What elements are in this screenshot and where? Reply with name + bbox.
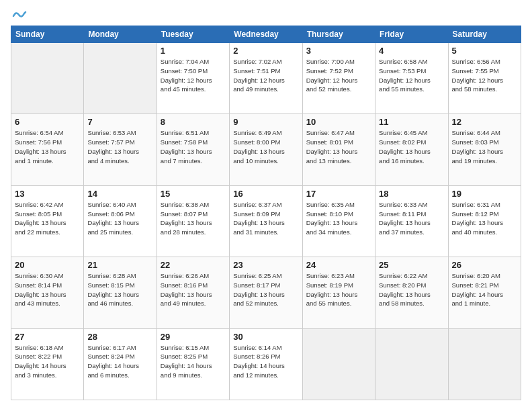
calendar-cell xyxy=(448,328,521,400)
calendar-cell: 11Sunrise: 6:45 AM Sunset: 8:02 PM Dayli… xyxy=(375,114,448,185)
calendar-week-row: 1Sunrise: 7:04 AM Sunset: 7:50 PM Daylig… xyxy=(11,43,521,114)
day-number: 26 xyxy=(452,260,517,270)
calendar-week-row: 6Sunrise: 6:54 AM Sunset: 7:56 PM Daylig… xyxy=(11,114,521,185)
calendar-cell: 5Sunrise: 6:56 AM Sunset: 7:55 PM Daylig… xyxy=(448,43,521,114)
day-number: 18 xyxy=(379,189,444,199)
calendar-cell: 28Sunrise: 6:17 AM Sunset: 8:24 PM Dayli… xyxy=(84,328,157,400)
calendar-header-wednesday: Wednesday xyxy=(230,26,302,43)
calendar-week-row: 27Sunrise: 6:18 AM Sunset: 8:22 PM Dayli… xyxy=(11,328,521,400)
day-number: 7 xyxy=(87,117,152,127)
day-info: Sunrise: 6:18 AM Sunset: 8:22 PM Dayligh… xyxy=(15,343,80,380)
calendar-cell: 17Sunrise: 6:35 AM Sunset: 8:10 PM Dayli… xyxy=(302,185,375,257)
day-info: Sunrise: 6:49 AM Sunset: 8:00 PM Dayligh… xyxy=(233,128,298,165)
day-number: 28 xyxy=(87,332,152,342)
day-number: 10 xyxy=(306,117,371,127)
calendar-cell: 1Sunrise: 7:04 AM Sunset: 7:50 PM Daylig… xyxy=(157,43,229,114)
calendar-cell: 13Sunrise: 6:42 AM Sunset: 8:05 PM Dayli… xyxy=(11,185,84,257)
day-info: Sunrise: 6:51 AM Sunset: 7:58 PM Dayligh… xyxy=(161,128,226,165)
calendar-cell: 29Sunrise: 6:15 AM Sunset: 8:25 PM Dayli… xyxy=(157,328,229,400)
calendar-cell: 20Sunrise: 6:30 AM Sunset: 8:14 PM Dayli… xyxy=(11,257,84,328)
day-number: 12 xyxy=(452,117,517,127)
day-info: Sunrise: 6:20 AM Sunset: 8:21 PM Dayligh… xyxy=(452,271,517,308)
calendar-week-row: 20Sunrise: 6:30 AM Sunset: 8:14 PM Dayli… xyxy=(11,257,521,328)
calendar-cell xyxy=(375,328,448,400)
day-number: 5 xyxy=(452,46,517,56)
calendar-cell: 15Sunrise: 6:38 AM Sunset: 8:07 PM Dayli… xyxy=(157,185,229,257)
logo xyxy=(11,11,27,20)
day-number: 4 xyxy=(379,46,444,56)
calendar-cell: 25Sunrise: 6:22 AM Sunset: 8:20 PM Dayli… xyxy=(375,257,448,328)
day-info: Sunrise: 6:14 AM Sunset: 8:26 PM Dayligh… xyxy=(233,343,298,380)
day-number: 13 xyxy=(15,189,80,199)
day-number: 14 xyxy=(87,189,152,199)
calendar-cell xyxy=(302,328,375,400)
day-number: 20 xyxy=(15,260,80,270)
day-info: Sunrise: 6:30 AM Sunset: 8:14 PM Dayligh… xyxy=(15,271,80,308)
day-info: Sunrise: 6:37 AM Sunset: 8:09 PM Dayligh… xyxy=(233,200,298,237)
day-info: Sunrise: 6:23 AM Sunset: 8:19 PM Dayligh… xyxy=(306,271,371,308)
day-info: Sunrise: 6:17 AM Sunset: 8:24 PM Dayligh… xyxy=(87,343,152,380)
calendar-table: SundayMondayTuesdayWednesdayThursdayFrid… xyxy=(11,26,521,400)
calendar-header-tuesday: Tuesday xyxy=(157,26,229,43)
day-info: Sunrise: 6:35 AM Sunset: 8:10 PM Dayligh… xyxy=(306,200,371,237)
day-number: 25 xyxy=(379,260,444,270)
day-info: Sunrise: 6:28 AM Sunset: 8:15 PM Dayligh… xyxy=(87,271,152,308)
day-info: Sunrise: 6:54 AM Sunset: 7:56 PM Dayligh… xyxy=(15,128,80,165)
day-info: Sunrise: 6:44 AM Sunset: 8:03 PM Dayligh… xyxy=(452,128,517,165)
day-info: Sunrise: 6:31 AM Sunset: 8:12 PM Dayligh… xyxy=(452,200,517,237)
calendar-cell: 22Sunrise: 6:26 AM Sunset: 8:16 PM Dayli… xyxy=(157,257,229,328)
calendar-cell: 8Sunrise: 6:51 AM Sunset: 7:58 PM Daylig… xyxy=(157,114,229,185)
day-info: Sunrise: 6:22 AM Sunset: 8:20 PM Dayligh… xyxy=(379,271,444,308)
day-number: 8 xyxy=(161,117,226,127)
calendar-cell: 19Sunrise: 6:31 AM Sunset: 8:12 PM Dayli… xyxy=(448,185,521,257)
calendar-cell xyxy=(84,43,157,114)
day-info: Sunrise: 6:56 AM Sunset: 7:55 PM Dayligh… xyxy=(452,57,517,94)
calendar-header-saturday: Saturday xyxy=(448,26,521,43)
logo-wave-icon xyxy=(12,9,27,20)
calendar-cell: 24Sunrise: 6:23 AM Sunset: 8:19 PM Dayli… xyxy=(302,257,375,328)
day-number: 3 xyxy=(306,46,371,56)
day-info: Sunrise: 6:58 AM Sunset: 7:53 PM Dayligh… xyxy=(379,57,444,94)
day-info: Sunrise: 6:33 AM Sunset: 8:11 PM Dayligh… xyxy=(379,200,444,237)
day-info: Sunrise: 6:38 AM Sunset: 8:07 PM Dayligh… xyxy=(161,200,226,237)
header xyxy=(11,11,521,20)
day-info: Sunrise: 6:53 AM Sunset: 7:57 PM Dayligh… xyxy=(87,128,152,165)
day-number: 9 xyxy=(233,117,298,127)
calendar-cell: 23Sunrise: 6:25 AM Sunset: 8:17 PM Dayli… xyxy=(230,257,302,328)
day-number: 2 xyxy=(233,46,298,56)
calendar-cell: 14Sunrise: 6:40 AM Sunset: 8:06 PM Dayli… xyxy=(84,185,157,257)
day-number: 19 xyxy=(452,189,517,199)
day-number: 15 xyxy=(161,189,226,199)
calendar-cell: 7Sunrise: 6:53 AM Sunset: 7:57 PM Daylig… xyxy=(84,114,157,185)
calendar-cell: 9Sunrise: 6:49 AM Sunset: 8:00 PM Daylig… xyxy=(230,114,302,185)
day-number: 16 xyxy=(233,189,298,199)
day-info: Sunrise: 6:45 AM Sunset: 8:02 PM Dayligh… xyxy=(379,128,444,165)
calendar-cell: 12Sunrise: 6:44 AM Sunset: 8:03 PM Dayli… xyxy=(448,114,521,185)
calendar-cell: 21Sunrise: 6:28 AM Sunset: 8:15 PM Dayli… xyxy=(84,257,157,328)
day-info: Sunrise: 6:42 AM Sunset: 8:05 PM Dayligh… xyxy=(15,200,80,237)
day-info: Sunrise: 7:02 AM Sunset: 7:51 PM Dayligh… xyxy=(233,57,298,94)
page: SundayMondayTuesdayWednesdayThursdayFrid… xyxy=(0,0,532,411)
calendar-header-monday: Monday xyxy=(84,26,157,43)
calendar-header-row: SundayMondayTuesdayWednesdayThursdayFrid… xyxy=(11,26,521,43)
day-info: Sunrise: 7:00 AM Sunset: 7:52 PM Dayligh… xyxy=(306,57,371,94)
calendar-cell: 4Sunrise: 6:58 AM Sunset: 7:53 PM Daylig… xyxy=(375,43,448,114)
day-number: 23 xyxy=(233,260,298,270)
day-info: Sunrise: 7:04 AM Sunset: 7:50 PM Dayligh… xyxy=(161,57,226,94)
day-info: Sunrise: 6:15 AM Sunset: 8:25 PM Dayligh… xyxy=(161,343,226,380)
calendar-header-thursday: Thursday xyxy=(302,26,375,43)
day-number: 29 xyxy=(161,332,226,342)
calendar-cell: 2Sunrise: 7:02 AM Sunset: 7:51 PM Daylig… xyxy=(230,43,302,114)
day-number: 30 xyxy=(233,332,298,342)
day-info: Sunrise: 6:26 AM Sunset: 8:16 PM Dayligh… xyxy=(161,271,226,308)
calendar-week-row: 13Sunrise: 6:42 AM Sunset: 8:05 PM Dayli… xyxy=(11,185,521,257)
calendar-cell xyxy=(11,43,84,114)
calendar-cell: 26Sunrise: 6:20 AM Sunset: 8:21 PM Dayli… xyxy=(448,257,521,328)
day-number: 11 xyxy=(379,117,444,127)
day-number: 1 xyxy=(161,46,226,56)
day-number: 27 xyxy=(15,332,80,342)
calendar-header-sunday: Sunday xyxy=(11,26,84,43)
calendar-cell: 27Sunrise: 6:18 AM Sunset: 8:22 PM Dayli… xyxy=(11,328,84,400)
calendar-cell: 18Sunrise: 6:33 AM Sunset: 8:11 PM Dayli… xyxy=(375,185,448,257)
day-info: Sunrise: 6:40 AM Sunset: 8:06 PM Dayligh… xyxy=(87,200,152,237)
